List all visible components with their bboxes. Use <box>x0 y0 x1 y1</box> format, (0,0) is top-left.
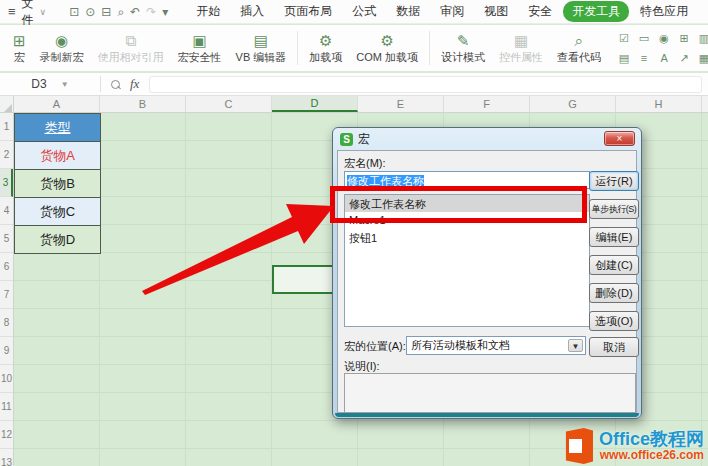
name-box[interactable]: D3 ▼ <box>0 77 100 91</box>
toolbar-separator <box>429 31 430 65</box>
select-all-corner[interactable] <box>0 96 14 113</box>
row-header-3[interactable]: 3 <box>0 169 13 197</box>
menu-tab-5[interactable]: 数据 <box>387 1 429 22</box>
annotation-highlight-box <box>330 186 587 223</box>
print-preview-icon[interactable]: ⌕ <box>114 5 127 19</box>
menu-tab-4[interactable]: 公式 <box>343 1 385 22</box>
dropdown-arrow-icon: ▼ <box>568 339 583 352</box>
hamburger-icon[interactable]: ≡ <box>8 4 16 19</box>
edit-button[interactable]: 编辑(E) <box>589 227 639 247</box>
dialog-title-bar[interactable]: S 宏 <box>333 128 641 150</box>
row-header-13[interactable]: 13 <box>0 449 13 466</box>
form-controls-grid: ☑▭◉⊞▥▤≡A↗▦ <box>614 27 708 69</box>
row-header-12[interactable]: 12 <box>0 421 13 449</box>
options-button[interactable]: 选项(O) <box>589 311 639 331</box>
column-header-e[interactable]: E <box>358 96 444 112</box>
label-control-icon[interactable]: A <box>654 48 674 68</box>
toolbar-button-label: 宏安全性 <box>178 50 222 65</box>
scrollbar-control-icon[interactable]: ≡ <box>634 48 654 68</box>
cell-a3[interactable]: 货物B <box>14 169 101 198</box>
delete-button[interactable]: 删除(D) <box>589 283 639 303</box>
toolbar-button-label: 设计模式 <box>441 50 485 65</box>
combobox-control-icon[interactable]: ▦ <box>694 48 708 68</box>
search-function-icon[interactable] <box>111 80 120 89</box>
column-header-a[interactable]: A <box>14 96 100 112</box>
button-control-icon[interactable]: ▭ <box>634 28 654 48</box>
run-button[interactable]: 运行(R) <box>589 171 639 191</box>
macro-dialog: S 宏 × 宏名(M): 修改工作表名称 修改工作表名称Macro1按钮1 运行… <box>332 127 642 419</box>
menu-tab-2[interactable]: 插入 <box>231 1 273 22</box>
column-header-h[interactable]: H <box>616 96 702 112</box>
row-header-10[interactable]: 10 <box>0 365 13 393</box>
record-macro-button[interactable]: ◉录制新宏 <box>33 27 91 69</box>
quick-access-icons: ⊡⊙⊟⌕↶↷▾ <box>66 5 171 19</box>
redo-icon: ↷ <box>143 5 159 19</box>
wps-app-icon: S <box>340 133 353 146</box>
column-header-g[interactable]: G <box>530 96 616 112</box>
design-mode-button[interactable]: ✎设计模式 <box>434 27 492 69</box>
menu-tab-9[interactable]: 开发工具 <box>563 1 629 22</box>
row-header-4[interactable]: 4 <box>0 197 13 225</box>
view-code-button[interactable]: ⌕查看代码 <box>550 27 608 69</box>
textbox-control-icon[interactable]: ▥ <box>694 28 708 48</box>
more-commands-icon[interactable]: ▾ <box>159 5 171 19</box>
column-header-f[interactable]: F <box>444 96 530 112</box>
listbox-control-icon[interactable]: ▤ <box>614 48 634 68</box>
row-header-8[interactable]: 8 <box>0 309 13 337</box>
image-control-icon[interactable]: ↗ <box>674 48 694 68</box>
option-control-icon[interactable]: ◉ <box>654 28 674 48</box>
column-header-c[interactable]: C <box>186 96 272 112</box>
row-header-9[interactable]: 9 <box>0 337 13 365</box>
description-box[interactable] <box>344 373 636 413</box>
macro-button[interactable]: ⊞宏 <box>6 27 33 69</box>
cancel-button[interactable]: 取消 <box>589 337 639 357</box>
cell-a5[interactable]: 货物D <box>14 225 101 254</box>
cell-a2[interactable]: 货物A <box>14 141 101 170</box>
macro-list-item-3[interactable]: 按钮1 <box>345 229 589 246</box>
toolbar-button-label: COM 加载项 <box>356 50 418 65</box>
undo-icon[interactable]: ↶ <box>127 5 143 19</box>
fx-icon[interactable]: fx <box>130 76 139 92</box>
toolbar-button-label: 录制新宏 <box>40 50 84 65</box>
menu-tab-1[interactable]: 开始 <box>187 1 229 22</box>
step-into-button[interactable]: 单步执行(S) <box>589 199 639 219</box>
close-button[interactable]: × <box>604 131 635 146</box>
macro-icon: ⊞ <box>13 32 26 49</box>
print-icon[interactable]: ⊟ <box>98 5 114 19</box>
formula-input[interactable] <box>149 76 702 93</box>
macro-location-value: 所有活动模板和文档 <box>411 339 510 351</box>
chevron-down-icon[interactable]: ∨ <box>40 7 47 17</box>
menu-tab-6[interactable]: 审阅 <box>431 1 473 22</box>
row-header-2[interactable]: 2 <box>0 141 13 169</box>
menu-tab-8[interactable]: 安全 <box>519 1 561 22</box>
menu-tab-3[interactable]: 页面布局 <box>275 1 341 22</box>
checkbox-control-icon[interactable]: ☑ <box>614 28 634 48</box>
com-addins-icon: ⚙ <box>380 32 393 49</box>
macro-security-button[interactable]: ▣宏安全性 <box>171 27 229 69</box>
com-addins-button[interactable]: ⚙COM 加载项 <box>349 27 425 69</box>
developer-toolbar: ⊞宏◉录制新宏⧉使用相对引用▣宏安全性▤VB 编辑器⚙加载项⚙COM 加载项✎设… <box>0 25 708 72</box>
cell-a4[interactable]: 货物C <box>14 197 101 226</box>
create-button[interactable]: 创建(C) <box>589 255 639 275</box>
menu-tab-10[interactable]: 特色应用 <box>631 1 697 22</box>
addins-button[interactable]: ⚙加载项 <box>302 27 349 69</box>
menu-tabs: 开始插入页面布局公式数据审阅视图安全开发工具特色应用文档助手 <box>187 1 708 22</box>
column-header-d[interactable]: D <box>272 96 358 112</box>
row-header-6[interactable]: 6 <box>0 253 13 281</box>
name-box-dropdown-icon[interactable]: ▼ <box>61 80 69 89</box>
row-header-7[interactable]: 7 <box>0 281 13 309</box>
menu-tab-11[interactable]: 文档助手 <box>699 1 708 22</box>
vb-editor-button[interactable]: ▤VB 编辑器 <box>229 27 294 69</box>
macro-location-dropdown[interactable]: 所有活动模板和文档 ▼ <box>406 336 586 355</box>
row-header-5[interactable]: 5 <box>0 225 13 253</box>
export-icon[interactable]: ⊙ <box>82 5 98 19</box>
menu-tab-7[interactable]: 视图 <box>475 1 517 22</box>
row-header-1[interactable]: 1 <box>0 113 13 141</box>
control-properties-icon: ▦ <box>514 32 528 49</box>
column-header-b[interactable]: B <box>100 96 186 112</box>
row-header-11[interactable]: 11 <box>0 393 13 421</box>
save-icon[interactable]: ⊡ <box>66 5 82 19</box>
row-headers: 12345678910111213 <box>0 113 14 466</box>
cell-a1[interactable]: 类型 <box>14 113 101 142</box>
spinner-control-icon[interactable]: ⊞ <box>674 28 694 48</box>
